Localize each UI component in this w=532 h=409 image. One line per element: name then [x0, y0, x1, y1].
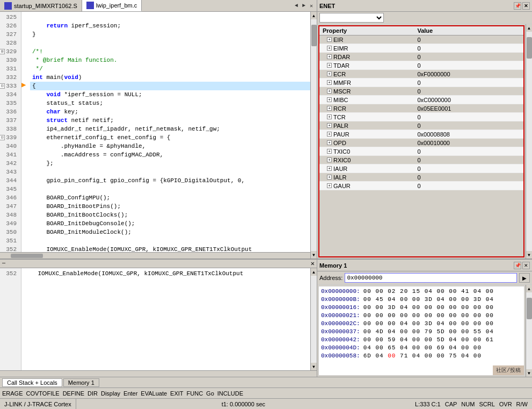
- enet-row[interactable]: + MMFR0: [319, 78, 523, 87]
- mem-scroll-down[interactable]: ▼: [526, 369, 533, 377]
- cmd-go[interactable]: Go: [206, 390, 214, 397]
- enet-row[interactable]: + TCR0: [319, 113, 523, 121]
- enet-row[interactable]: + TXIC00: [319, 147, 523, 156]
- cmd-exit[interactable]: EXIT: [170, 390, 183, 397]
- cursor-pos: L:333 C:1: [415, 401, 441, 407]
- cmd-enter[interactable]: Enter: [123, 390, 137, 397]
- ln-326: 326: [0, 21, 19, 30]
- scrollbar-track[interactable]: [311, 19, 317, 251]
- tab-memory-1[interactable]: Memory 1: [63, 378, 99, 387]
- bottom-code-content[interactable]: IOMUXC_EnableMode(IOMUXC_GPR, kIOMUXC_GP…: [21, 268, 310, 370]
- enet-value: 0: [414, 61, 523, 70]
- cmd-erage[interactable]: ERAGE: [2, 390, 23, 397]
- enet-value: 0: [414, 113, 523, 121]
- bl-scroll-down[interactable]: ▼: [311, 363, 317, 370]
- enet-prop: + RXIC0: [319, 156, 414, 164]
- enet-row[interactable]: + TDAR0: [319, 61, 523, 70]
- memory-address-input[interactable]: [345, 273, 517, 283]
- rw-indicator: R/W: [516, 401, 528, 407]
- enet-row[interactable]: + EIR0: [319, 35, 523, 44]
- code-335: status_t status;: [30, 99, 310, 107]
- editor-vscrollbar[interactable]: ▲ ▼: [310, 12, 317, 259]
- close-enet-btn[interactable]: ✕: [522, 2, 530, 10]
- ln-341: 341: [0, 150, 19, 159]
- enet-scrollbar-thumb[interactable]: [527, 37, 532, 59]
- enet-row[interactable]: + MIBC0xC0000000: [319, 96, 523, 104]
- arrow-marker: ▶: [21, 81, 30, 89]
- enet-scrollbar-track[interactable]: [526, 32, 533, 251]
- code-346: BOARD_ConfigMPU();: [30, 193, 310, 202]
- cmd-dir[interactable]: DIR: [88, 390, 98, 397]
- code-area[interactable]: 325 326 327 328 ⊞329 330 331 332 ⊟333 33…: [0, 12, 310, 252]
- scroll-down-btn[interactable]: ▼: [311, 251, 317, 259]
- mem-scrollbar-track[interactable]: [526, 292, 533, 369]
- enet-row[interactable]: + IAUR0: [319, 164, 523, 173]
- memory-go-btn[interactable]: ▶: [519, 273, 530, 283]
- mem-row-2: 0x00000016: 00 00 3D 04 00 00 00 00 00 0…: [321, 304, 522, 312]
- pin-button[interactable]: 📌: [514, 2, 521, 10]
- cmd-display[interactable]: Display: [101, 390, 120, 397]
- enet-row[interactable]: + RDAR0: [319, 53, 523, 61]
- editor-tabs: startup_MIMXRT1062.S lwip_iperf_bm.c ◄ ►…: [0, 0, 317, 12]
- collapse-icon: ─: [2, 261, 5, 267]
- scroll-up-btn[interactable]: ▲: [311, 12, 317, 19]
- mem-scroll-up[interactable]: ▲: [526, 285, 533, 292]
- cmd-covtofile[interactable]: COVTOFILE: [26, 390, 60, 397]
- command-bar: ERAGE COVTOFILE DEFINE DIR Display Enter…: [0, 388, 532, 398]
- enet-row[interactable]: + MSCR0: [319, 87, 523, 96]
- cmd-evaluate[interactable]: EVALuate: [141, 390, 167, 397]
- ln-345: 345: [0, 185, 19, 193]
- col-value: Value: [414, 26, 523, 35]
- code-339: ethernetif_config_t enet_config = {: [30, 133, 310, 142]
- scrollbar-thumb-v[interactable]: [311, 25, 317, 46]
- enet-table: Property Value + EIR0+ EIMR0+ RDAR0+ TDA…: [319, 26, 523, 190]
- mem-row-4: 0x0000002C: 00 00 00 04 00 3D 04 00 00 0…: [321, 320, 522, 328]
- enet-row[interactable]: + EIMR0: [319, 44, 523, 53]
- enet-row[interactable]: + RXIC00: [319, 156, 523, 164]
- code-336: char key;: [30, 107, 310, 116]
- enet-value: 0: [414, 164, 523, 173]
- enet-dropdown[interactable]: [319, 13, 384, 23]
- enet-prop: + TCR: [319, 113, 414, 121]
- enet-row[interactable]: + RCR0x05EE0001: [319, 104, 523, 113]
- close-editor-btn[interactable]: ✕: [308, 3, 315, 9]
- enet-row[interactable]: + OPD0x00010000: [319, 139, 523, 147]
- ln-349: 349: [0, 219, 19, 228]
- cmd-define[interactable]: DEFINE: [63, 390, 84, 397]
- code-content[interactable]: return iperf_session; } /*! * @brief Mai…: [30, 12, 310, 252]
- enet-scroll-down[interactable]: ▼: [526, 251, 533, 259]
- enet-value: 0x05EE0001: [414, 104, 523, 113]
- memory-close-btn[interactable]: ✕: [522, 262, 530, 269]
- mem-scrollbar-thumb[interactable]: [527, 298, 532, 319]
- status-center: t1: 0.000000 sec: [76, 401, 411, 407]
- enet-row[interactable]: + PAUR0x00008808: [319, 130, 523, 139]
- bottom-code-area[interactable]: 352 IOMUXC_EnableMode(IOMUXC_GPR, kIOMUX…: [0, 268, 310, 370]
- close-bottom-left[interactable]: ✕: [311, 260, 315, 268]
- tab-call-stack[interactable]: Call Stack + Locals: [2, 378, 62, 387]
- bottom-left-vscrollbar[interactable]: ▲ ▼: [310, 268, 317, 370]
- horizontal-scrollbar[interactable]: [0, 252, 310, 259]
- enet-row[interactable]: + GAUR0: [319, 182, 523, 190]
- enet-scroll-up[interactable]: ▲: [526, 24, 533, 32]
- enet-row[interactable]: + ECR0xF0000000: [319, 70, 523, 78]
- scroll-right-btn[interactable]: ►: [301, 3, 307, 9]
- ln-327: 327: [0, 30, 19, 39]
- enet-row[interactable]: + IALR0: [319, 173, 523, 182]
- bottom-hscrollbar[interactable]: [0, 370, 317, 377]
- cmd-include[interactable]: INCLUDE: [217, 390, 243, 397]
- memory-vscrollbar[interactable]: ▲ ▼: [526, 285, 532, 377]
- enet-value: 0: [414, 173, 523, 182]
- tab-startup[interactable]: startup_MIMXRT1062.S: [0, 0, 82, 11]
- enet-row[interactable]: + PALR0: [319, 121, 523, 130]
- tab-lwip[interactable]: lwip_iperf_bm.c: [82, 0, 142, 11]
- bl-scrollbar-track[interactable]: [311, 276, 317, 363]
- bottom-left-toolbar: ─ ✕: [0, 260, 317, 268]
- enet-prop: + MSCR: [319, 87, 414, 96]
- enet-vscrollbar[interactable]: ▲ ▼: [526, 24, 532, 259]
- bl-scroll-up[interactable]: ▲: [311, 268, 317, 276]
- memory-pin-btn[interactable]: 📌: [514, 262, 521, 269]
- cmd-func[interactable]: FUNC: [187, 390, 203, 397]
- code-333: {: [30, 82, 310, 90]
- scroll-left-btn[interactable]: ◄: [293, 3, 300, 9]
- scroll-thumb-h[interactable]: [11, 254, 43, 258]
